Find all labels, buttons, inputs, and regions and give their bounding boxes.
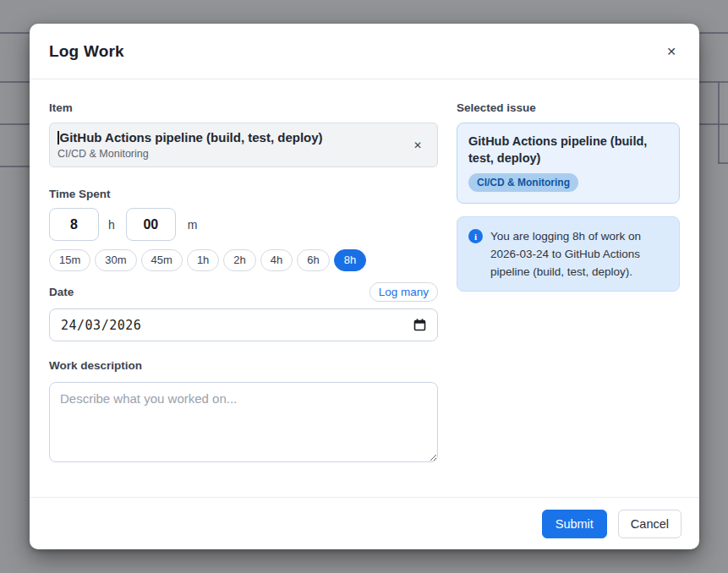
work-description-textarea[interactable] — [49, 382, 438, 462]
log-work-modal: Log Work ✕ Item GitHub Actions pipeline … — [30, 24, 699, 549]
clear-item-icon[interactable]: ✕ — [410, 137, 425, 154]
modal-footer: Submit Cancel — [30, 497, 699, 549]
log-summary-text: You are logging 8h of work on 2026-03-24… — [490, 227, 668, 281]
time-preset-chip-4h[interactable]: 4h — [260, 249, 293, 271]
date-header-row: Date Log many — [49, 282, 438, 302]
item-label: Item — [49, 101, 438, 115]
log-summary-info-box: i You are logging 8h of work on 2026-03-… — [457, 216, 680, 292]
date-input[interactable]: 24/03/2026 — [49, 308, 438, 341]
selected-issue-title: GitHub Actions pipeline (build, test, de… — [468, 134, 668, 166]
cancel-button[interactable]: Cancel — [618, 510, 681, 538]
time-preset-chip-8h[interactable]: 8h — [334, 249, 366, 271]
minutes-unit-label: m — [188, 218, 198, 232]
time-preset-chip-30m[interactable]: 30m — [95, 249, 136, 271]
hours-input[interactable] — [49, 208, 99, 241]
item-selected-text: GitHub Actions pipeline (build, test, de… — [57, 130, 323, 160]
modal-header: Log Work ✕ — [30, 24, 699, 79]
time-preset-chip-1h[interactable]: 1h — [187, 249, 219, 271]
time-preset-chip-2h[interactable]: 2h — [223, 249, 255, 271]
time-preset-chip-15m[interactable]: 15m — [49, 249, 90, 271]
work-description-label: Work description — [49, 358, 438, 373]
selected-issue-category-badge: CI/CD & Monitoring — [468, 173, 578, 192]
time-inputs-row: h m — [49, 208, 438, 241]
hours-unit-label: h — [108, 218, 115, 232]
background-table-line — [0, 166, 30, 167]
summary-column: Selected issue GitHub Actions pipeline (… — [457, 101, 680, 466]
text-caret — [57, 131, 59, 145]
modal-body: Item GitHub Actions pipeline (build, tes… — [30, 79, 699, 466]
time-preset-chips: 15m30m45m1h2h4h6h8h — [49, 249, 438, 271]
work-description-section: Work description — [49, 358, 438, 466]
time-spent-label: Time Spent — [49, 187, 438, 201]
background-table-line — [718, 81, 720, 164]
calendar-icon[interactable] — [413, 319, 426, 331]
close-icon[interactable]: ✕ — [663, 42, 680, 61]
item-selected-title: GitHub Actions pipeline (build, test, de… — [60, 130, 323, 145]
date-value: 24/03/2026 — [61, 318, 141, 333]
minutes-input[interactable] — [126, 208, 176, 241]
item-select-box[interactable]: GitHub Actions pipeline (build, test, de… — [49, 123, 438, 167]
time-preset-chip-6h[interactable]: 6h — [297, 249, 329, 271]
modal-title: Log Work — [49, 42, 124, 61]
info-icon: i — [468, 229, 483, 243]
form-column: Item GitHub Actions pipeline (build, tes… — [49, 101, 438, 466]
log-many-button[interactable]: Log many — [369, 282, 438, 302]
selected-issue-card: GitHub Actions pipeline (build, test, de… — [457, 123, 680, 204]
time-preset-chip-45m[interactable]: 45m — [141, 249, 183, 271]
submit-button[interactable]: Submit — [542, 510, 607, 538]
selected-issue-label: Selected issue — [457, 101, 680, 115]
item-selected-category: CI/CD & Monitoring — [57, 148, 323, 160]
date-label: Date — [49, 285, 74, 299]
time-spent-section: Time Spent h m 15m30m45m1h2h4h6h8h — [49, 187, 438, 271]
